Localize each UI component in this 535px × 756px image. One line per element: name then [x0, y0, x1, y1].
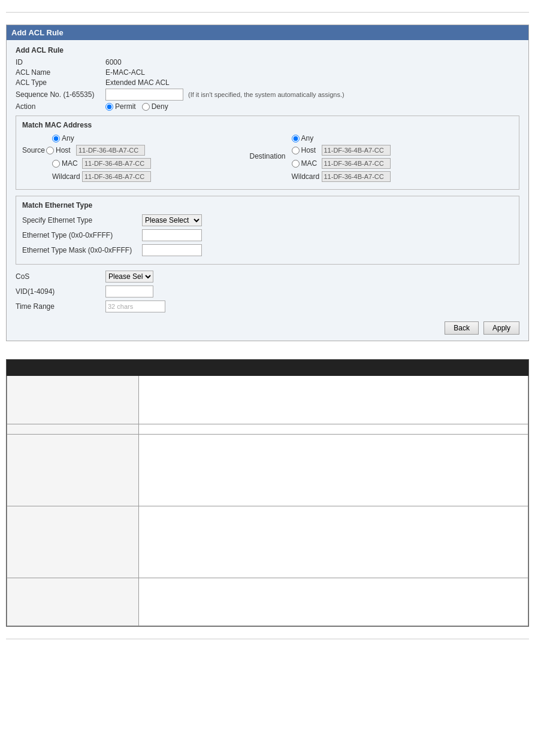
dst-any-label[interactable]: Any	[292, 134, 314, 142]
table-cell-right	[139, 506, 528, 578]
acl-name-label: ACL Name	[16, 68, 105, 77]
acl-type-label: ACL Type	[16, 78, 105, 87]
dst-wildcard-input[interactable]	[322, 171, 391, 182]
src-any-text: Any	[62, 134, 74, 142]
dst-mac-input[interactable]	[322, 158, 391, 169]
back-button[interactable]: Back	[445, 321, 479, 335]
deny-radio[interactable]	[142, 103, 150, 111]
eth-mask-input[interactable]	[142, 244, 202, 256]
src-mac-radio[interactable]	[52, 160, 60, 168]
timerange-label: Time Range	[16, 302, 105, 311]
bottom-table	[7, 376, 528, 626]
acl-panel-body: Add ACL Rule ID 6000 ACL Name E-MAC-ACL …	[7, 40, 528, 341]
dst-any-text: Any	[301, 134, 314, 142]
src-any-radio[interactable]	[52, 135, 60, 142]
dst-host-text: Host	[301, 146, 316, 154]
permit-label: Permit	[115, 102, 136, 111]
specify-eth-select[interactable]: Please Select	[142, 214, 202, 226]
acl-name-row: ACL Name E-MAC-ACL	[16, 68, 519, 77]
src-mac-text: MAC	[62, 159, 78, 168]
sequence-hint: (If it isn't specified, the system autom…	[188, 91, 344, 98]
src-host-label[interactable]: Host	[46, 146, 76, 154]
acl-type-value: Extended MAC ACL	[105, 78, 170, 87]
acl-panel: Add ACL Rule Add ACL Rule ID 6000 ACL Na…	[6, 25, 529, 341]
buttons-row: Back Apply	[16, 318, 519, 335]
src-wildcard-input[interactable]	[82, 171, 151, 182]
acl-section-title: Add ACL Rule	[16, 46, 519, 54]
dst-host-input[interactable]	[322, 145, 391, 156]
id-label: ID	[16, 58, 105, 66]
eth-type-row: Ethernet Type (0x0-0xFFFF)	[22, 229, 513, 241]
table-row	[7, 578, 528, 626]
cos-row: CoS Please Select	[16, 271, 519, 283]
dst-mac-label[interactable]: MAC	[292, 159, 322, 168]
dst-mac-radio[interactable]	[292, 160, 300, 168]
timerange-input[interactable]	[105, 300, 165, 312]
dst-mac-text: MAC	[301, 159, 318, 168]
action-radio-group: Permit Deny	[105, 102, 168, 111]
acl-type-row: ACL Type Extended MAC ACL	[16, 78, 519, 87]
cos-select[interactable]: Please Select	[105, 271, 153, 283]
ethernet-section-title: Match Ethernet Type	[22, 201, 513, 210]
table-cell-left	[7, 376, 139, 424]
vid-input[interactable]	[105, 286, 153, 297]
src-host-radio[interactable]	[46, 147, 54, 154]
id-row: ID 6000	[16, 58, 519, 66]
table-row	[7, 424, 528, 434]
source-col-label: Source	[22, 146, 46, 154]
sequence-row: Sequence No. (1-65535) (If it isn't spec…	[16, 89, 519, 101]
vid-label: VID(1-4094)	[16, 287, 105, 296]
table-row	[7, 434, 528, 506]
src-any-label[interactable]: Any	[52, 134, 74, 142]
acl-panel-header: Add ACL Rule	[7, 25, 528, 40]
table-cell-right	[139, 434, 528, 506]
eth-mask-label: Ethernet Type Mask (0x0-0xFFFF)	[22, 246, 142, 254]
top-rule	[6, 12, 529, 13]
table-cell-left	[7, 434, 139, 506]
sequence-input[interactable]	[105, 89, 183, 101]
table-row	[7, 376, 528, 424]
mac-section-title: Match MAC Address	[22, 121, 513, 129]
dst-any-radio[interactable]	[292, 135, 300, 142]
src-host-input[interactable]	[76, 145, 145, 156]
vid-row: VID(1-4094)	[16, 286, 519, 297]
mac-section: Match MAC Address Any Sour	[16, 116, 519, 190]
source-section: Any Source Host	[22, 134, 244, 184]
src-wildcard-label: Wildcard	[52, 172, 82, 181]
action-row: Action Permit Deny	[16, 102, 519, 111]
sequence-label: Sequence No. (1-65535)	[16, 90, 105, 99]
eth-type-input[interactable]	[142, 229, 202, 241]
apply-button[interactable]: Apply	[483, 321, 519, 335]
destination-col-label: Destination	[244, 134, 292, 160]
deny-label: Deny	[152, 102, 168, 111]
table-row	[7, 506, 528, 578]
src-mac-input[interactable]	[82, 158, 151, 169]
dst-host-radio[interactable]	[292, 147, 300, 154]
timerange-row: Time Range	[16, 300, 519, 312]
eth-mask-row: Ethernet Type Mask (0x0-0xFFFF)	[22, 244, 513, 256]
dst-host-label[interactable]: Host	[292, 146, 322, 154]
bottom-rule	[6, 639, 529, 639]
permit-radio-label[interactable]: Permit	[105, 102, 136, 111]
cos-label: CoS	[16, 272, 105, 281]
table-cell-right	[139, 578, 528, 626]
src-host-text: Host	[56, 146, 71, 154]
ethernet-section: Match Ethernet Type Specify Ethernet Typ…	[16, 196, 519, 265]
src-mac-label[interactable]: MAC	[52, 159, 82, 168]
table-cell-left	[7, 424, 139, 434]
bottom-table-wrapper	[6, 359, 529, 627]
eth-type-label: Ethernet Type (0x0-0xFFFF)	[22, 231, 142, 239]
mac-cols-wrapper: Any Source Host	[22, 134, 513, 184]
specify-eth-row: Specify Ethernet Type Please Select	[22, 214, 513, 226]
table-cell-left	[7, 578, 139, 626]
action-label: Action	[16, 102, 105, 111]
permit-radio[interactable]	[105, 103, 113, 111]
dst-wildcard-label: Wildcard	[292, 172, 322, 181]
deny-radio-label[interactable]: Deny	[142, 102, 168, 111]
destination-section: Any Host	[292, 134, 513, 184]
acl-name-value: E-MAC-ACL	[105, 68, 145, 77]
id-value: 6000	[105, 58, 122, 66]
specify-eth-label: Specify Ethernet Type	[22, 216, 142, 224]
table-cell-right	[139, 424, 528, 434]
table-cell-right	[139, 376, 528, 424]
